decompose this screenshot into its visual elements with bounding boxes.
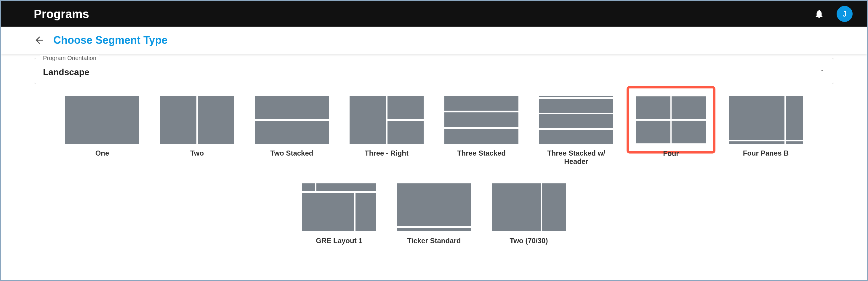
- layout-tile-one[interactable]: One: [65, 96, 139, 166]
- content-area: Program Orientation Landscape OneTwoTwo …: [1, 54, 867, 257]
- subheader: Choose Segment Type: [1, 27, 867, 54]
- layout-thumb: [729, 96, 803, 144]
- layout-thumb: [444, 96, 519, 144]
- layout-tile-four[interactable]: Four: [634, 96, 708, 166]
- layout-pane: [160, 96, 196, 144]
- notifications-button[interactable]: [814, 9, 824, 19]
- page-title: Programs: [34, 7, 89, 21]
- layout-tile-two[interactable]: Two: [160, 96, 234, 166]
- layout-pane: [302, 193, 354, 231]
- layout-pane: [492, 183, 541, 231]
- layout-pane: [302, 183, 315, 191]
- layout-thumb: [492, 183, 566, 231]
- app-frame: Programs J Choose Segment Type Program O…: [0, 0, 868, 281]
- orientation-select[interactable]: Program Orientation Landscape: [34, 58, 834, 84]
- subheader-title: Choose Segment Type: [53, 34, 167, 46]
- layout-pane: [729, 96, 784, 140]
- layout-thumb-wrap: [626, 86, 715, 153]
- layout-thumb: [636, 97, 706, 143]
- layout-pane: [255, 96, 329, 119]
- layout-pane: [316, 183, 376, 191]
- layout-tile-label: One: [95, 149, 109, 157]
- layout-pane: [672, 121, 706, 143]
- orientation-value: Landscape: [43, 67, 823, 77]
- layout-thumb-wrap: [539, 96, 613, 144]
- layout-pane: [786, 96, 803, 140]
- avatar-initial: J: [843, 9, 847, 19]
- bell-icon: [814, 9, 824, 19]
- layout-tile-label: Ticker Standard: [407, 237, 461, 245]
- layout-pane: [539, 96, 613, 97]
- layout-thumb-wrap: [349, 96, 424, 144]
- layout-pane: [444, 96, 519, 111]
- layout-pane: [672, 97, 706, 119]
- layout-tile-label: Four: [663, 149, 679, 157]
- layout-thumb: [160, 96, 234, 144]
- layout-tile-label: Three Stacked w/ Header: [539, 149, 613, 166]
- layout-thumb-wrap: [729, 96, 803, 144]
- layout-thumb-wrap: [160, 96, 234, 144]
- arrow-left-icon: [34, 35, 45, 46]
- layout-tile-label: Two (70/30): [510, 237, 548, 245]
- layout-thumb-wrap: [255, 96, 329, 144]
- layout-pane: [355, 193, 376, 231]
- layout-tile-two-70-30[interactable]: Two (70/30): [492, 183, 566, 245]
- layout-pane: [444, 129, 519, 144]
- layout-tile-label: Three - Right: [365, 149, 408, 157]
- layout-pane: [786, 141, 803, 144]
- layout-thumb-wrap: [492, 183, 566, 231]
- layout-pane: [539, 99, 613, 113]
- layout-tile-three-stacked[interactable]: Three Stacked: [444, 96, 519, 166]
- layout-pane: [198, 96, 234, 144]
- layout-thumb-wrap: [65, 96, 139, 144]
- layout-pane: [729, 141, 784, 144]
- layout-tile-label: Two: [190, 149, 204, 157]
- layout-pane: [397, 183, 471, 226]
- layout-tiles-grid: OneTwoTwo StackedThree - RightThree Stac…: [34, 96, 834, 245]
- chevron-down-icon: [819, 67, 825, 74]
- layout-thumb: [397, 183, 471, 231]
- back-button[interactable]: [34, 35, 45, 46]
- layout-tile-label: Four Panes B: [743, 149, 789, 157]
- layout-pane: [388, 96, 424, 119]
- layout-pane: [397, 228, 471, 231]
- layout-thumb: [65, 96, 139, 144]
- layout-tile-label: Three Stacked: [457, 149, 506, 157]
- avatar[interactable]: J: [837, 6, 852, 22]
- layout-pane: [539, 114, 613, 128]
- layout-thumb-wrap: [397, 183, 471, 231]
- topbar-actions: J: [814, 6, 852, 22]
- layout-pane: [65, 96, 139, 144]
- layout-tile-three-stacked-header[interactable]: Three Stacked w/ Header: [539, 96, 613, 166]
- layout-tile-three-right[interactable]: Three - Right: [349, 96, 424, 166]
- orientation-legend: Program Orientation: [40, 55, 99, 62]
- topbar: Programs J: [1, 1, 867, 27]
- layout-tile-gre-layout-1[interactable]: GRE Layout 1: [302, 183, 376, 245]
- layout-thumb-wrap: [302, 183, 376, 231]
- layout-thumb: [349, 96, 424, 144]
- layout-pane: [542, 183, 566, 231]
- layout-tile-label: Two Stacked: [271, 149, 313, 157]
- layout-pane: [636, 97, 670, 119]
- layout-pane: [444, 112, 519, 127]
- layout-tile-four-panes-b[interactable]: Four Panes B: [729, 96, 803, 166]
- layout-tile-two-stacked[interactable]: Two Stacked: [255, 96, 329, 166]
- layout-thumb: [539, 96, 613, 144]
- layout-tile-label: GRE Layout 1: [316, 237, 362, 245]
- layout-pane: [388, 121, 424, 144]
- layout-thumb: [255, 96, 329, 144]
- layout-pane: [636, 121, 670, 143]
- layout-pane: [349, 96, 386, 144]
- layout-pane: [539, 130, 613, 144]
- layout-thumb-wrap: [444, 96, 519, 144]
- layout-pane: [255, 121, 329, 144]
- layout-tile-ticker-standard[interactable]: Ticker Standard: [397, 183, 471, 245]
- layout-thumb: [302, 183, 376, 231]
